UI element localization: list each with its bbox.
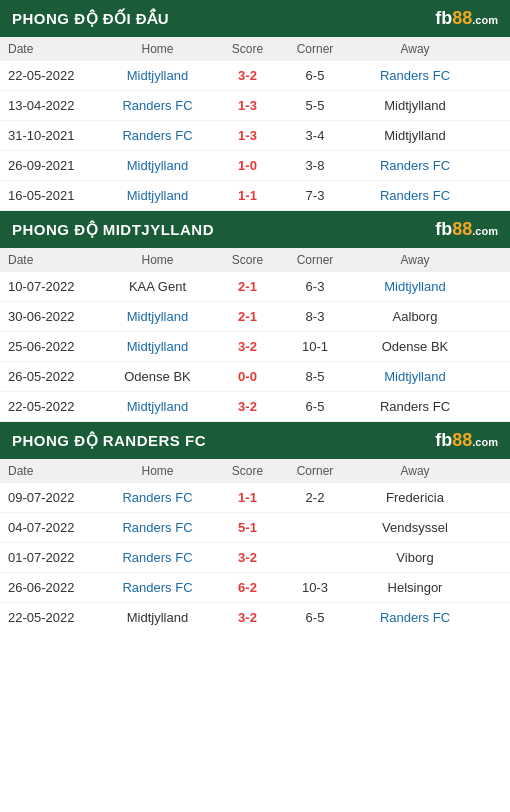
- col-header-corner: Corner: [280, 253, 350, 267]
- section-header-midtjylland: PHONG ĐỘ MIDTJYLLANDfb88.com: [0, 211, 510, 248]
- cell-home[interactable]: Midtjylland: [100, 309, 215, 324]
- cell-date: 16-05-2021: [0, 188, 100, 203]
- cell-score: 3-2: [215, 550, 280, 565]
- away-team-link[interactable]: Midtjylland: [384, 279, 445, 294]
- cell-corner: 6-3: [280, 279, 350, 294]
- table-row: 13-04-2022Randers FC1-35-5Midtjylland: [0, 91, 510, 121]
- section-title: PHONG ĐỘ RANDERS FC: [12, 432, 206, 450]
- cell-date: 25-06-2022: [0, 339, 100, 354]
- cell-score: 5-1: [215, 520, 280, 535]
- column-headers: DateHomeScoreCornerAway: [0, 248, 510, 272]
- cell-score: 6-2: [215, 580, 280, 595]
- away-team-link[interactable]: Randers FC: [380, 158, 450, 173]
- table-row: 09-07-2022Randers FC1-12-2Fredericia: [0, 483, 510, 513]
- cell-away[interactable]: Midtjylland: [350, 369, 480, 384]
- cell-date: 31-10-2021: [0, 128, 100, 143]
- cell-home[interactable]: Randers FC: [100, 98, 215, 113]
- table-row: 26-09-2021Midtjylland1-03-8Randers FC: [0, 151, 510, 181]
- cell-date: 13-04-2022: [0, 98, 100, 113]
- col-header-corner: Corner: [280, 464, 350, 478]
- col-header-score: Score: [215, 42, 280, 56]
- home-team-link[interactable]: Midtjylland: [127, 158, 188, 173]
- table-row: 16-05-2021Midtjylland1-17-3Randers FC: [0, 181, 510, 211]
- away-team-link[interactable]: Randers FC: [380, 188, 450, 203]
- cell-away[interactable]: Randers FC: [350, 158, 480, 173]
- away-team-link[interactable]: Midtjylland: [384, 369, 445, 384]
- away-team-text: Viborg: [396, 550, 433, 565]
- away-team-text: Midtjylland: [384, 98, 445, 113]
- cell-date: 09-07-2022: [0, 490, 100, 505]
- col-header-away: Away: [350, 42, 480, 56]
- away-team-text: Vendsyssel: [382, 520, 448, 535]
- table-row: 26-06-2022Randers FC6-210-3Helsingor: [0, 573, 510, 603]
- cell-home[interactable]: Midtjylland: [100, 339, 215, 354]
- cell-home[interactable]: Midtjylland: [100, 399, 215, 414]
- cell-score: 1-0: [215, 158, 280, 173]
- home-team-link[interactable]: Midtjylland: [127, 309, 188, 324]
- home-team-link[interactable]: Randers FC: [122, 490, 192, 505]
- section-title: PHONG ĐỘ MIDTJYLLAND: [12, 221, 214, 239]
- away-team-text: Randers FC: [380, 399, 450, 414]
- home-team-text: KAA Gent: [129, 279, 186, 294]
- cell-home[interactable]: Randers FC: [100, 520, 215, 535]
- cell-corner: 10-1: [280, 339, 350, 354]
- cell-corner: 3-8: [280, 158, 350, 173]
- cell-date: 22-05-2022: [0, 68, 100, 83]
- table-row: 01-07-2022Randers FC3-2Viborg: [0, 543, 510, 573]
- col-header-date: Date: [0, 253, 100, 267]
- cell-away[interactable]: Randers FC: [350, 188, 480, 203]
- home-team-link[interactable]: Randers FC: [122, 520, 192, 535]
- home-team-link[interactable]: Midtjylland: [127, 399, 188, 414]
- cell-corner: 3-4: [280, 128, 350, 143]
- away-team-link[interactable]: Randers FC: [380, 610, 450, 625]
- col-header-date: Date: [0, 464, 100, 478]
- cell-corner: 8-5: [280, 369, 350, 384]
- cell-corner: 7-3: [280, 188, 350, 203]
- col-header-corner: Corner: [280, 42, 350, 56]
- cell-corner: 8-3: [280, 309, 350, 324]
- cell-away: Vendsyssel: [350, 520, 480, 535]
- logo: fb88.com: [435, 8, 498, 29]
- cell-home[interactable]: Midtjylland: [100, 158, 215, 173]
- cell-away: Randers FC: [350, 399, 480, 414]
- cell-away[interactable]: Midtjylland: [350, 279, 480, 294]
- cell-date: 26-06-2022: [0, 580, 100, 595]
- home-team-text: Odense BK: [124, 369, 191, 384]
- cell-home[interactable]: Randers FC: [100, 550, 215, 565]
- table-row: 10-07-2022KAA Gent2-16-3Midtjylland: [0, 272, 510, 302]
- cell-corner: 6-5: [280, 399, 350, 414]
- home-team-link[interactable]: Randers FC: [122, 580, 192, 595]
- cell-date: 22-05-2022: [0, 399, 100, 414]
- home-team-link[interactable]: Randers FC: [122, 98, 192, 113]
- cell-score: 1-1: [215, 188, 280, 203]
- home-team-link[interactable]: Midtjylland: [127, 339, 188, 354]
- home-team-link[interactable]: Midtjylland: [127, 68, 188, 83]
- cell-away[interactable]: Randers FC: [350, 68, 480, 83]
- cell-away: Midtjylland: [350, 98, 480, 113]
- cell-score: 3-2: [215, 399, 280, 414]
- cell-score: 0-0: [215, 369, 280, 384]
- cell-away[interactable]: Randers FC: [350, 610, 480, 625]
- col-header-score: Score: [215, 464, 280, 478]
- cell-date: 26-05-2022: [0, 369, 100, 384]
- cell-home[interactable]: Randers FC: [100, 128, 215, 143]
- cell-home[interactable]: Randers FC: [100, 580, 215, 595]
- home-team-link[interactable]: Midtjylland: [127, 188, 188, 203]
- home-team-link[interactable]: Randers FC: [122, 550, 192, 565]
- col-header-score: Score: [215, 253, 280, 267]
- col-header-date: Date: [0, 42, 100, 56]
- cell-corner: 5-5: [280, 98, 350, 113]
- cell-home[interactable]: Randers FC: [100, 490, 215, 505]
- cell-score: 3-2: [215, 68, 280, 83]
- cell-corner: 6-5: [280, 610, 350, 625]
- away-team-link[interactable]: Randers FC: [380, 68, 450, 83]
- cell-home[interactable]: Midtjylland: [100, 68, 215, 83]
- cell-score: 2-1: [215, 279, 280, 294]
- cell-home: KAA Gent: [100, 279, 215, 294]
- col-header-away: Away: [350, 464, 480, 478]
- cell-corner: 6-5: [280, 68, 350, 83]
- cell-date: 10-07-2022: [0, 279, 100, 294]
- home-team-link[interactable]: Randers FC: [122, 128, 192, 143]
- cell-home[interactable]: Midtjylland: [100, 188, 215, 203]
- table-row: 31-10-2021Randers FC1-33-4Midtjylland: [0, 121, 510, 151]
